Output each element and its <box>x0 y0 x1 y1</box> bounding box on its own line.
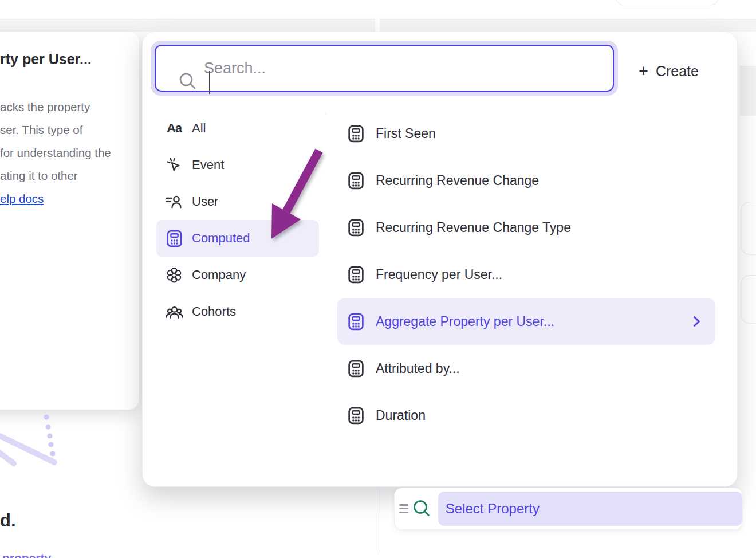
property-item-attributed-by[interactable]: Attributed by... <box>337 345 715 392</box>
tooltip-body-line: ating it to other <box>0 164 111 187</box>
calculator-icon <box>346 124 365 143</box>
sidebar-item-user[interactable]: User <box>156 183 319 220</box>
background-card-fragment <box>741 275 756 324</box>
background-panel-fragment <box>740 66 756 116</box>
property-item-label: Frequency per User... <box>376 267 502 282</box>
sidebar-item-all[interactable]: Aa All <box>156 110 319 147</box>
decorative-chart-lines <box>0 410 63 470</box>
search-focus-halo <box>151 41 618 96</box>
chevron-right-icon <box>693 316 700 327</box>
calculator-icon <box>346 406 365 425</box>
sidebar-item-label: Company <box>192 268 246 282</box>
text-aa-icon: Aa <box>164 119 184 138</box>
property-item-label: Recurring Revenue Change Type <box>376 220 571 235</box>
calculator-icon <box>164 229 184 248</box>
sidebar-item-label: User <box>192 194 218 209</box>
property-item-frequency-per-user[interactable]: Frequency per User... <box>337 251 715 298</box>
property-item-label: Recurring Revenue Change <box>376 173 539 188</box>
search-box[interactable] <box>155 45 614 92</box>
user-list-icon <box>164 192 184 211</box>
background-link-fragment[interactable]: property <box>2 551 51 558</box>
tooltip-title: rty per User... <box>0 51 92 68</box>
tooltip-body-line: acks the property <box>0 96 111 119</box>
background-card-fragment <box>741 202 756 255</box>
help-docs-link[interactable]: elp docs <box>0 192 44 205</box>
calculator-icon <box>346 171 365 190</box>
sidebar-item-label: Computed <box>192 231 250 246</box>
sidebar-item-event[interactable]: Event <box>156 147 319 183</box>
plus-icon: + <box>639 63 648 80</box>
calculator-icon <box>346 265 365 284</box>
property-search-icon <box>412 498 432 519</box>
tooltip-body-line: for understanding the <box>0 142 111 164</box>
drag-handle-icon[interactable] <box>399 504 408 513</box>
tooltip-body: acks the property ser. This type of for … <box>0 96 111 210</box>
property-item-aggregate-property-per-user[interactable]: Aggregate Property per User... <box>337 298 715 345</box>
cursor-click-icon <box>164 155 184 175</box>
sidebar-item-label: All <box>192 121 206 136</box>
property-item-first-seen[interactable]: First Seen <box>337 110 715 157</box>
property-item-recurring-revenue-change-type[interactable]: Recurring Revenue Change Type <box>337 204 715 251</box>
popover-divider <box>326 112 326 476</box>
tooltip-body-line: ser. This type of <box>0 119 111 142</box>
text-caret <box>209 71 210 94</box>
create-button[interactable]: + Create <box>633 58 704 84</box>
column-divider <box>380 490 380 553</box>
calculator-icon <box>346 359 365 378</box>
calculator-icon <box>346 312 365 331</box>
property-item-label: Aggregate Property per User... <box>376 314 554 329</box>
property-tooltip-card: rty per User... acks the property ser. T… <box>0 32 139 410</box>
property-item-label: First Seen <box>376 126 436 142</box>
category-sidebar: Aa All Event <box>156 110 319 330</box>
property-item-recurring-revenue-change[interactable]: Recurring Revenue Change <box>337 157 715 204</box>
sidebar-item-cohorts[interactable]: Cohorts <box>156 293 319 330</box>
search-input[interactable] <box>156 46 613 91</box>
sidebar-item-company[interactable]: Company <box>156 257 319 293</box>
property-list: First Seen Recurring Revenue Change <box>337 110 715 439</box>
calculator-icon <box>346 218 365 237</box>
page-header-band-right <box>380 19 756 32</box>
select-property-button[interactable]: Select Property <box>438 492 742 526</box>
company-cluster-icon <box>164 265 184 285</box>
property-item-duration[interactable]: Duration <box>337 392 715 439</box>
query-builder-row: Select Property <box>394 488 743 530</box>
create-button-label: Create <box>656 63 699 80</box>
sidebar-item-label: Event <box>192 158 224 172</box>
sidebar-item-label: Cohorts <box>192 304 236 319</box>
page-header-band-left <box>0 19 375 32</box>
cohorts-people-icon <box>164 302 184 321</box>
property-selector-popover: + Create Aa All <box>142 32 738 487</box>
background-button-fragment <box>616 0 719 5</box>
background-heading-fragment: d. <box>0 510 16 531</box>
property-item-label: Duration <box>376 408 426 423</box>
property-item-label: Attributed by... <box>376 361 460 376</box>
sidebar-item-computed[interactable]: Computed <box>156 220 319 257</box>
select-property-label: Select Property <box>446 501 540 517</box>
screen: rty per User... acks the property ser. T… <box>0 0 756 558</box>
